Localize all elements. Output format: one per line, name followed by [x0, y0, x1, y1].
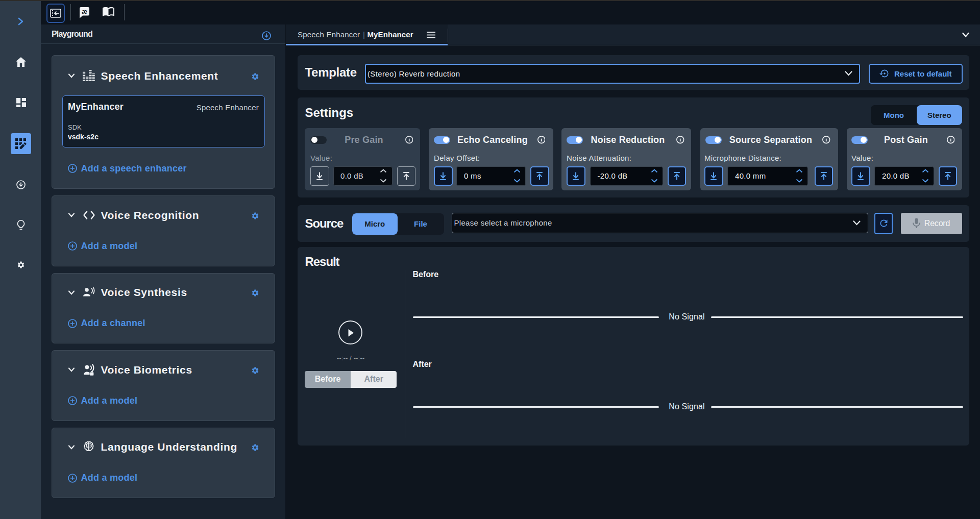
svg-text:æ: æ [82, 8, 87, 15]
